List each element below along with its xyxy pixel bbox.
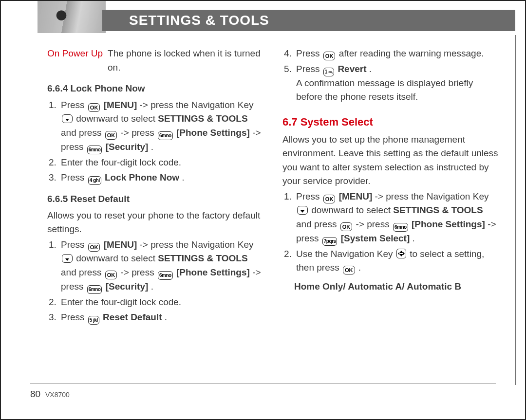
heading-67: 6.7 System Select [282, 114, 498, 130]
t: Press [296, 64, 322, 74]
t: Press [61, 312, 87, 322]
nav-down-icon [62, 254, 73, 263]
t: Press [296, 191, 322, 201]
t: [MENU] [339, 191, 373, 201]
nav-down-icon [297, 206, 308, 215]
t: Press [296, 48, 322, 58]
key-1-icon: 1 ∞. [323, 68, 334, 76]
t: downward to select [311, 205, 393, 215]
ok-key-icon: OK [323, 52, 336, 60]
key-7-icon: 7pqrs [322, 237, 338, 246]
t: -> press the Navigation Key [375, 191, 489, 201]
nav-4way-icon [396, 249, 406, 258]
t: and press [296, 219, 339, 229]
on-power-up-desc: The phone is locked when it is turned on… [108, 47, 263, 74]
key-6-icon: 6mno [87, 146, 102, 154]
continued-steps: Press OK after reading the warning messa… [282, 47, 498, 104]
t: [MENU] [104, 100, 137, 110]
intro-67: Allows you to set up the phone managemen… [282, 133, 498, 188]
right-column: Press OK after reading the warning messa… [282, 47, 498, 326]
title-strip: SETTINGS & TOOLS [102, 10, 515, 31]
key-5-icon: 5 jkl [88, 316, 99, 325]
t: and press [61, 128, 104, 138]
ok-key-icon: OK [323, 195, 336, 203]
t: -> press [121, 267, 157, 277]
heading-665: 6.6.5 Reset Default [47, 192, 263, 206]
t: . [182, 172, 184, 183]
t: . [358, 262, 361, 273]
on-power-up-row: On Power Up The phone is locked when it … [47, 47, 263, 74]
step-665-3: Press 5 jkl Reset Default . [59, 310, 263, 325]
left-column: On Power Up The phone is locked when it … [47, 47, 263, 326]
options-67: Home Only/ Automatic A/ Automatic B [282, 280, 498, 294]
header-photo [38, 1, 106, 33]
page-header: SETTINGS & TOOLS [1, 4, 525, 35]
t: . [369, 64, 372, 74]
key-6-icon: 6mno [158, 131, 173, 140]
step-665-4: Press OK after reading the warning messa… [294, 47, 498, 61]
t: -> press [356, 219, 392, 229]
step-665-2: Enter the four-digit lock code. [59, 295, 263, 310]
steps-67: Press OK [MENU] -> press the Navigation … [282, 190, 498, 275]
steps-664: Press OK [MENU] -> press the Navigation … [47, 98, 263, 185]
t: Reset Default [103, 312, 162, 322]
step-664-1: Press OK [MENU] -> press the Navigation … [59, 98, 263, 154]
t: Lock Phone Now [105, 172, 179, 183]
t: downward to select [76, 253, 158, 263]
t: . [165, 312, 167, 322]
t: -> press the Navigation Key [140, 100, 254, 110]
t: Revert [338, 64, 366, 74]
t: [Security] [106, 281, 149, 292]
t: [Security] [106, 142, 149, 152]
t: . [413, 233, 415, 243]
on-power-up-label: On Power Up [47, 47, 103, 61]
t: after reading the warning message. [339, 48, 484, 58]
t: SETTINGS & TOOLS [158, 253, 247, 263]
model-number: VX8700 [45, 391, 70, 399]
t: [System Select] [341, 233, 410, 243]
t: downward to select [76, 113, 158, 124]
t: Press [61, 100, 87, 110]
step-665-1: Press OK [MENU] -> press the Navigation … [59, 238, 263, 294]
step-665-5: Press 1 ∞. Revert . A confirmation messa… [294, 62, 498, 104]
key-4-icon: 4 ghi [88, 176, 101, 185]
t: [Phone Settings] [176, 128, 250, 138]
t: . [151, 142, 153, 152]
step-664-2: Enter the four-digit lock code. [59, 156, 263, 170]
ok-key-icon: OK [88, 103, 100, 112]
t: and press [61, 267, 104, 277]
step-67-1: Press OK [MENU] -> press the Navigation … [294, 190, 498, 246]
intro-665: Allows you to reset your phone to the fa… [47, 209, 263, 237]
t: [MENU] [104, 239, 137, 250]
step5-desc: A confirmation message is displayed brie… [296, 76, 498, 104]
content-columns: On Power Up The phone is locked when it … [1, 35, 525, 326]
ok-key-icon: OK [105, 271, 117, 279]
step-664-3: Press 4 ghi Lock Phone Now . [59, 171, 263, 185]
t: Press [61, 239, 87, 250]
t: SETTINGS & TOOLS [158, 113, 247, 124]
ok-key-icon: OK [88, 243, 100, 252]
manual-page: SETTINGS & TOOLS On Power Up The phone i… [0, 0, 526, 420]
t: . [151, 281, 153, 292]
key-6-icon: 6mno [158, 271, 173, 280]
key-6-icon: 6mno [393, 223, 408, 232]
t: [Phone Settings] [412, 219, 485, 229]
ok-key-icon: OK [105, 131, 117, 140]
t: -> press [121, 128, 157, 138]
t: SETTINGS & TOOLS [393, 205, 483, 215]
ok-key-icon: OK [343, 266, 355, 274]
t: Press [61, 172, 87, 183]
ok-key-icon: OK [340, 222, 353, 231]
t: [Phone Settings] [176, 267, 250, 277]
page-number: 80 [30, 389, 40, 399]
heading-664: 6.6.4 Lock Phone Now [47, 82, 263, 96]
nav-down-icon [62, 114, 73, 123]
t: Use the Navigation Key [296, 249, 395, 259]
step-67-2: Use the Navigation Key to select a setti… [294, 247, 498, 275]
page-footer: 80 VX8700 [30, 383, 496, 400]
steps-665: Press OK [MENU] -> press the Navigation … [47, 238, 263, 325]
t: -> press the Navigation Key [140, 239, 254, 250]
page-title: SETTINGS & TOOLS [129, 13, 269, 28]
key-6-icon: 6mno [87, 285, 102, 294]
margin-rule [515, 35, 516, 385]
